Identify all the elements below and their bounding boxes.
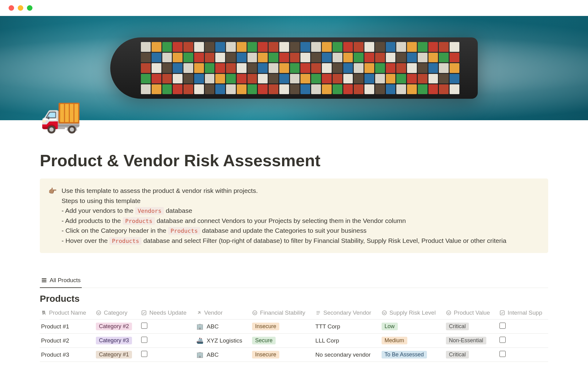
page-content: Product & Vendor Risk Assessment 👉🏽 Use … [0, 151, 588, 362]
cell-secondary-vendor[interactable]: TTT Corp [312, 320, 378, 334]
cell-vendor[interactable]: 🚢XYZ Logistics [193, 334, 248, 348]
fin-stability-tag: Secure [252, 337, 276, 344]
text-icon [315, 310, 321, 316]
vendor-link[interactable]: 🏢ABC [196, 323, 245, 330]
relation-icon [196, 310, 202, 316]
col-financial-stability[interactable]: Financial Stability [248, 306, 312, 320]
vendor-label: XYZ Logistics [207, 337, 242, 344]
cell-internal-supp[interactable] [496, 320, 548, 334]
tab-label: All Products [50, 277, 81, 284]
internal-supp-checkbox[interactable] [499, 323, 506, 329]
svg-point-0 [96, 311, 101, 315]
callout-step-2: - Add products to the Products database … [62, 216, 506, 226]
tab-all-products[interactable]: All Products [40, 274, 82, 288]
cell-product-value[interactable]: Critical [442, 348, 496, 362]
needs-update-checkbox[interactable] [141, 337, 147, 343]
cell-product-value[interactable]: Non-Essential [442, 334, 496, 348]
table-row[interactable]: Product #3Category #1🏢ABCInsecureNo seco… [40, 348, 548, 362]
text: - Hover over the [62, 237, 109, 244]
fin-stability-tag: Insecure [252, 323, 279, 330]
callout-step-3: - Click on the Category header in the Pr… [62, 226, 506, 236]
col-category[interactable]: Category [92, 306, 138, 320]
needs-update-checkbox[interactable] [141, 351, 147, 357]
product-name: Product #3 [41, 351, 69, 358]
cell-category[interactable]: Category #3 [92, 334, 138, 348]
col-label: Vendor [204, 309, 223, 316]
text: - Add your vendors to the [62, 207, 135, 214]
code-products: Products [168, 227, 200, 235]
checkbox-icon [141, 310, 147, 316]
page-title[interactable]: Product & Vendor Risk Assessment [40, 151, 548, 170]
table-row[interactable]: Product #1Category #2🏢ABCInsecureTTT Cor… [40, 320, 548, 334]
callout-step-1: - Add your vendors to the Vendors databa… [62, 206, 506, 216]
cell-product-value[interactable]: Critical [442, 320, 496, 334]
supply-risk-tag: To Be Assessed [382, 351, 427, 358]
cell-fin-stability[interactable]: Insecure [248, 320, 312, 334]
vendor-label: ABC [207, 323, 219, 330]
cell-needs-update[interactable] [138, 348, 192, 362]
vendor-link[interactable]: 🚢XYZ Logistics [196, 337, 245, 344]
col-label: Product Value [454, 309, 490, 316]
vendor-icon: 🏢 [196, 351, 204, 358]
cell-vendor[interactable]: 🏢ABC [193, 348, 248, 362]
cell-secondary-vendor[interactable]: LLL Corp [312, 334, 378, 348]
callout-block[interactable]: 👉🏽 Use this template to assess the produ… [40, 178, 548, 253]
vendor-icon: 🏢 [196, 323, 204, 330]
cell-supply-risk[interactable]: Medium [378, 334, 442, 348]
ship-illustration [110, 37, 478, 99]
secondary-vendor-text: TTT Corp [315, 323, 340, 330]
cell-supply-risk[interactable]: Low [378, 320, 442, 334]
text: database and update the Categories to su… [200, 227, 367, 234]
col-supply-risk[interactable]: Supply Risk Level [378, 306, 442, 320]
cell-product-name[interactable]: Product #3 [40, 348, 92, 362]
select-icon [446, 310, 451, 316]
close-window-button[interactable] [9, 5, 14, 11]
maximize-window-button[interactable] [27, 5, 32, 11]
vendor-icon: 🚢 [196, 337, 204, 344]
table-row[interactable]: Product #2Category #3🚢XYZ LogisticsSecur… [40, 334, 548, 348]
col-product-value[interactable]: Product Value [442, 306, 496, 320]
cell-internal-supp[interactable] [496, 334, 548, 348]
product-value-tag: Critical [446, 351, 469, 358]
select-icon [252, 310, 258, 316]
cell-product-name[interactable]: Product #1 [40, 320, 92, 334]
cell-fin-stability[interactable]: Secure [248, 334, 312, 348]
cell-secondary-vendor[interactable]: No secondary vendor [312, 348, 378, 362]
needs-update-checkbox[interactable] [141, 323, 147, 329]
cell-needs-update[interactable] [138, 320, 192, 334]
cell-fin-stability[interactable]: Insecure [248, 348, 312, 362]
code-vendors: Vendors [135, 207, 164, 215]
table-icon [41, 277, 47, 283]
title-icon [41, 310, 47, 316]
col-needs-update[interactable]: Needs Update [138, 306, 192, 320]
supply-risk-tag: Low [382, 323, 398, 330]
vendor-label: ABC [207, 351, 219, 358]
cell-internal-supp[interactable] [496, 348, 548, 362]
products-table: Product Name Category Needs Update Vendo… [40, 306, 548, 362]
col-product-name[interactable]: Product Name [40, 306, 92, 320]
col-vendor[interactable]: Vendor [193, 306, 248, 320]
cell-vendor[interactable]: 🏢ABC [193, 320, 248, 334]
page-icon[interactable]: 🚚 [40, 95, 82, 135]
col-label: Supply Risk Level [390, 309, 436, 316]
product-value-tag: Critical [446, 323, 469, 330]
text: database and select Filter (top-right of… [141, 237, 506, 244]
cover-image[interactable] [0, 16, 588, 120]
cell-needs-update[interactable] [138, 334, 192, 348]
cell-category[interactable]: Category #2 [92, 320, 138, 334]
cell-category[interactable]: Category #1 [92, 348, 138, 362]
text: - Add products to the [62, 217, 123, 224]
minimize-window-button[interactable] [18, 5, 23, 11]
internal-supp-checkbox[interactable] [499, 351, 506, 357]
product-name: Product #1 [41, 323, 69, 330]
cell-product-name[interactable]: Product #2 [40, 334, 92, 348]
callout-icon: 👉🏽 [48, 186, 57, 246]
database-title[interactable]: Products [40, 293, 548, 304]
vendor-link[interactable]: 🏢ABC [196, 351, 245, 358]
select-icon [382, 310, 387, 316]
internal-supp-checkbox[interactable] [499, 337, 506, 343]
cell-supply-risk[interactable]: To Be Assessed [378, 348, 442, 362]
col-label: Needs Update [149, 309, 186, 316]
col-internal-supp[interactable]: Internal Supp [496, 306, 548, 320]
col-secondary-vendor[interactable]: Secondary Vendor [312, 306, 378, 320]
